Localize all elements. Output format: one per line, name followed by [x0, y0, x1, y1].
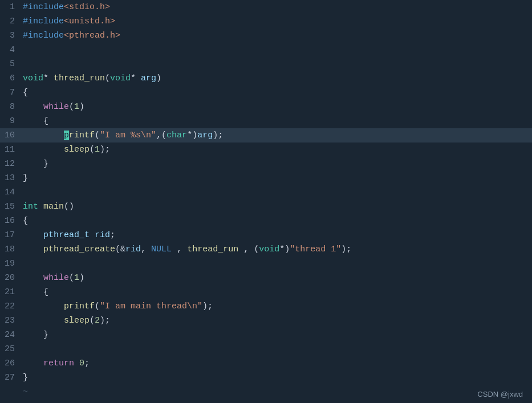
- code-line-25: 25: [0, 342, 532, 356]
- line-number: 27: [0, 371, 21, 385]
- line-number: 23: [0, 314, 21, 328]
- code-line-13: 13 }: [0, 171, 532, 185]
- line-number: 16: [0, 214, 21, 228]
- line-content: pthread_create(&rid, NULL , thread_run ,…: [21, 242, 351, 257]
- line-number: 2: [0, 14, 21, 29]
- code-line-3: 3 #include<pthread.h>: [0, 29, 532, 43]
- code-line-8: 8 while(1): [0, 100, 532, 114]
- line-content: {: [21, 86, 28, 100]
- line-number: 20: [0, 271, 21, 285]
- code-line-2: 2 #include<unistd.h>: [0, 14, 532, 29]
- code-line-12: 12 }: [0, 157, 532, 171]
- line-number: 7: [0, 86, 21, 100]
- line-content: #include<stdio.h>: [21, 0, 110, 14]
- line-number: 14: [0, 185, 21, 200]
- line-content: while(1): [21, 271, 84, 285]
- line-number: 26: [0, 356, 21, 371]
- line-number: 13: [0, 171, 21, 185]
- code-line-11: 11 sleep(1);: [0, 143, 532, 157]
- code-line-7: 7 {: [0, 86, 532, 100]
- code-line-21: 21 {: [0, 285, 532, 299]
- line-number: 18: [0, 242, 21, 257]
- code-line-1: 1 #include<stdio.h>: [0, 0, 532, 14]
- line-number: 8: [0, 100, 21, 114]
- watermark: CSDN @jxwd: [477, 390, 523, 398]
- line-number: 19: [0, 257, 21, 271]
- code-line-18: 18 pthread_create(&rid, NULL , thread_ru…: [0, 242, 532, 257]
- line-content: sleep(2);: [21, 314, 110, 328]
- line-content: printf("I am main thread\n");: [21, 299, 213, 314]
- line-number: 25: [0, 342, 21, 356]
- line-content: #include<unistd.h>: [21, 14, 115, 29]
- code-line-23: 23 sleep(2);: [0, 314, 532, 328]
- line-number: 15: [0, 200, 21, 214]
- line-content: }: [21, 371, 28, 385]
- code-line-6: 6 void* thread_run(void* arg): [0, 71, 532, 86]
- line-content: pthread_t rid;: [21, 228, 115, 242]
- code-line-16: 16 {: [0, 214, 532, 228]
- code-line-17: 17 pthread_t rid;: [0, 228, 532, 242]
- line-number: 10: [0, 128, 21, 143]
- line-content: printf("I am %s\n",(char*)arg);: [21, 128, 223, 143]
- code-line-5: 5: [0, 57, 532, 71]
- line-number: 17: [0, 228, 21, 242]
- code-line-15: 15 int main(): [0, 200, 532, 214]
- line-content: }: [21, 328, 48, 342]
- line-number: 22: [0, 299, 21, 314]
- line-content: {: [21, 114, 48, 128]
- code-line-9: 9 {: [0, 114, 532, 128]
- code-line-4: 4: [0, 43, 532, 57]
- line-content: #include<pthread.h>: [21, 29, 120, 43]
- line-number: 1: [0, 0, 21, 14]
- code-line-20: 20 while(1): [0, 271, 532, 285]
- code-line-22: 22 printf("I am main thread\n");: [0, 299, 532, 314]
- line-content: return 0;: [21, 356, 90, 371]
- code-line-26: 26 return 0;: [0, 356, 532, 371]
- line-number: 11: [0, 143, 21, 157]
- code-line-tilde: ~: [0, 385, 532, 399]
- line-number: 6: [0, 71, 21, 86]
- code-line-10: 10 printf("I am %s\n",(char*)arg);: [0, 128, 532, 143]
- line-number: 21: [0, 285, 21, 299]
- line-number: 5: [0, 57, 21, 71]
- code-line-27: 27 }: [0, 371, 532, 385]
- line-content: }: [21, 157, 48, 171]
- line-number: 4: [0, 43, 21, 57]
- code-line-24: 24 }: [0, 328, 532, 342]
- code-editor: 1 #include<stdio.h> 2 #include<unistd.h>…: [0, 0, 532, 403]
- line-content: {: [21, 285, 48, 299]
- line-content: void* thread_run(void* arg): [21, 71, 161, 86]
- line-content: }: [21, 171, 28, 185]
- line-content: {: [21, 214, 28, 228]
- line-number: 24: [0, 328, 21, 342]
- line-number: 9: [0, 114, 21, 128]
- line-content: sleep(1);: [21, 143, 110, 157]
- line-number: 3: [0, 29, 21, 43]
- code-line-19: 19: [0, 257, 532, 271]
- line-content: while(1): [21, 100, 84, 114]
- line-content: ~: [21, 385, 28, 399]
- line-number: 12: [0, 157, 21, 171]
- line-content: int main(): [21, 200, 74, 214]
- code-line-14: 14: [0, 185, 532, 200]
